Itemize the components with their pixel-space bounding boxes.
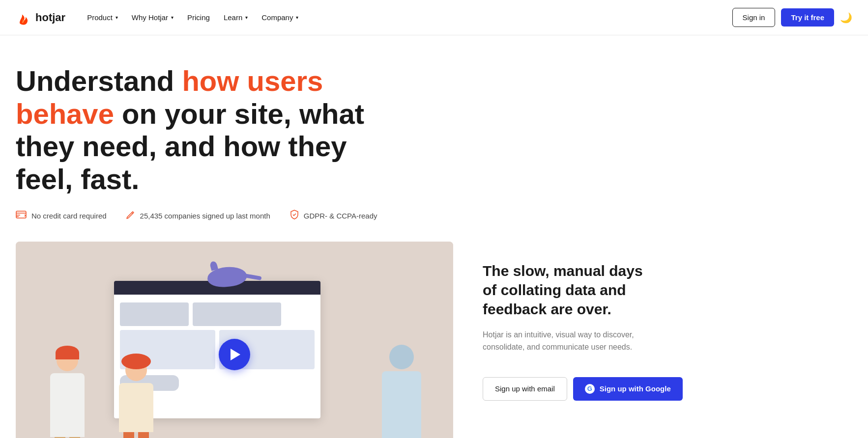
companies-badge: 25,435 companies signed up last month bbox=[126, 210, 270, 221]
logo[interactable]: hotjar bbox=[16, 10, 65, 26]
pencil-icon bbox=[126, 210, 135, 221]
person1-illustration bbox=[45, 350, 89, 438]
nav-right: Sign in Try it free 🌙 bbox=[732, 8, 852, 27]
chevron-down-icon: ▾ bbox=[116, 15, 118, 20]
person2-illustration bbox=[114, 359, 158, 438]
dark-mode-icon[interactable]: 🌙 bbox=[840, 12, 852, 24]
credit-card-icon bbox=[16, 211, 27, 221]
hero-headline: Understand how users behave on your site… bbox=[16, 65, 399, 196]
signin-button[interactable]: Sign in bbox=[732, 8, 776, 27]
signup-google-button[interactable]: G Sign up with Google bbox=[573, 377, 683, 401]
hero-right: The slow, manual days of collating data … bbox=[453, 242, 868, 420]
nav-learn[interactable]: Learn ▾ bbox=[218, 9, 254, 26]
google-icon: G bbox=[585, 384, 595, 394]
try-free-button[interactable]: Try it free bbox=[781, 8, 834, 27]
shield-icon bbox=[290, 210, 299, 222]
main-content: The slow, manual days of collating data … bbox=[0, 222, 868, 438]
play-button[interactable] bbox=[219, 339, 250, 370]
no-credit-card-badge: No credit card required bbox=[16, 211, 107, 221]
hero-section: Understand how users behave on your site… bbox=[0, 35, 868, 222]
play-icon bbox=[231, 349, 240, 360]
chevron-down-icon: ▾ bbox=[296, 15, 298, 20]
slow-days-description: Hotjar is an intuitive, visual way to di… bbox=[483, 328, 660, 354]
badge-text-2: 25,435 companies signed up last month bbox=[140, 212, 270, 220]
signup-google-label: Sign up with Google bbox=[600, 384, 671, 393]
badge-text-3: GDPR- & CCPA-ready bbox=[304, 212, 377, 220]
hero-headline-start: Understand bbox=[16, 65, 182, 97]
logo-icon bbox=[16, 10, 31, 26]
slow-days-title: The slow, manual days of collating data … bbox=[483, 261, 660, 319]
signup-email-button[interactable]: Sign up with email bbox=[483, 377, 567, 401]
person3-illustration bbox=[379, 345, 424, 438]
navigation: hotjar Product ▾ Why Hotjar ▾ Pricing Le… bbox=[0, 0, 868, 35]
gdpr-badge: GDPR- & CCPA-ready bbox=[290, 210, 377, 222]
hero-video[interactable] bbox=[16, 242, 453, 438]
nav-company[interactable]: Company ▾ bbox=[256, 9, 304, 26]
nav-left: hotjar Product ▾ Why Hotjar ▾ Pricing Le… bbox=[16, 9, 304, 26]
badge-text-1: No credit card required bbox=[31, 212, 107, 220]
hero-illustration bbox=[16, 242, 453, 438]
chevron-down-icon: ▾ bbox=[245, 15, 248, 20]
nav-links: Product ▾ Why Hotjar ▾ Pricing Learn ▾ C… bbox=[81, 9, 304, 26]
hero-badges: No credit card required 25,435 companies… bbox=[16, 210, 852, 222]
nav-pricing[interactable]: Pricing bbox=[181, 9, 216, 26]
chevron-down-icon: ▾ bbox=[171, 15, 174, 20]
nav-product[interactable]: Product ▾ bbox=[81, 9, 124, 26]
signup-buttons: Sign up with email G Sign up with Google bbox=[483, 377, 848, 401]
logo-text: hotjar bbox=[35, 11, 65, 24]
nav-why-hotjar[interactable]: Why Hotjar ▾ bbox=[126, 9, 179, 26]
